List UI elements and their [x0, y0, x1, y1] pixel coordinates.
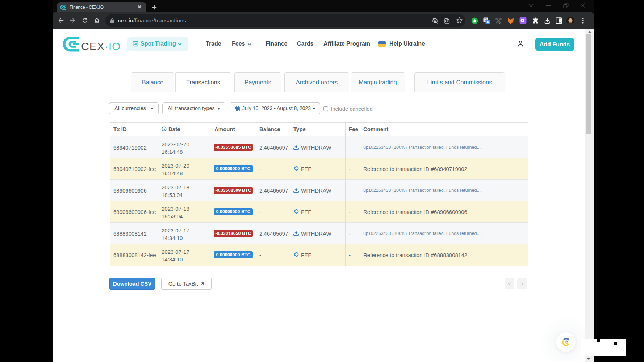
svg-text:c: c: [498, 21, 500, 24]
